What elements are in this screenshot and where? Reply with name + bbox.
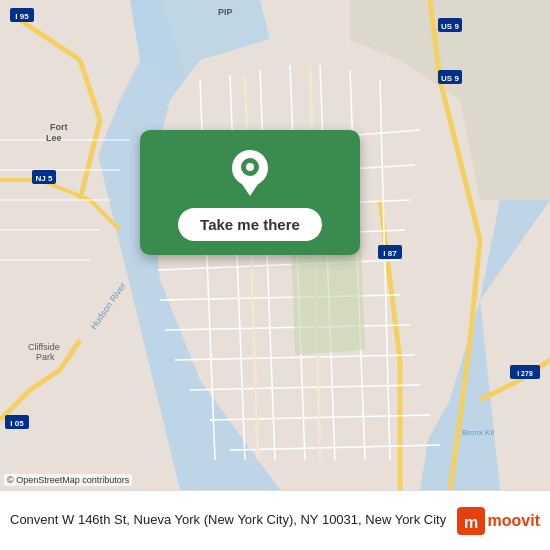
moovit-icon: m [457, 507, 485, 535]
svg-text:I 95: I 95 [15, 12, 29, 21]
svg-text:I 87: I 87 [383, 249, 397, 258]
svg-text:Park: Park [36, 352, 55, 362]
svg-point-58 [246, 163, 254, 171]
svg-text:m: m [463, 514, 477, 531]
svg-text:Fort: Fort [50, 122, 68, 132]
pin-icon-container [226, 148, 274, 196]
map-attribution: © OpenStreetMap contributors [4, 474, 132, 486]
svg-text:PIP: PIP [218, 7, 233, 17]
take-me-there-button[interactable]: Take me there [178, 208, 322, 241]
address-text: Convent W 146th St, Nueva York (New York… [10, 511, 449, 529]
pin-icon [228, 146, 272, 198]
svg-text:NJ 5: NJ 5 [36, 174, 53, 183]
svg-rect-6 [0, 300, 80, 490]
svg-text:Lee: Lee [46, 133, 62, 143]
location-card: Take me there [140, 130, 360, 255]
svg-text:US 9: US 9 [441, 22, 459, 31]
svg-text:I 05: I 05 [10, 419, 24, 428]
map-container: I 95 US 9 US 9 I 87 NJ 5 I 278 I 05 Fort… [0, 0, 550, 490]
moovit-logo: m moovit [457, 507, 540, 535]
moovit-label: moovit [488, 512, 540, 530]
svg-text:US 9: US 9 [441, 74, 459, 83]
svg-marker-56 [238, 178, 262, 196]
bottom-bar: Convent W 146th St, Nueva York (New York… [0, 490, 550, 550]
svg-text:Cliffside: Cliffside [28, 342, 60, 352]
svg-text:Bronx Kil: Bronx Kil [462, 428, 494, 437]
svg-text:I 278: I 278 [517, 370, 533, 377]
